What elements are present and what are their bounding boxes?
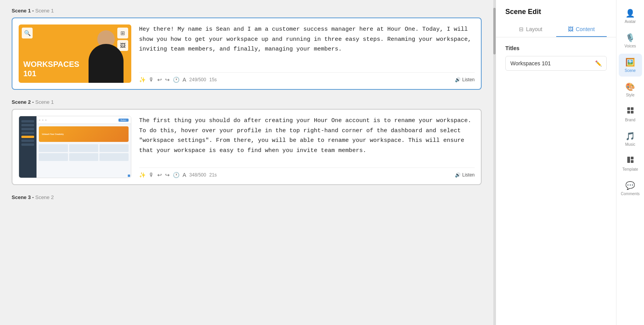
comments-icon: 💬 <box>625 181 635 190</box>
script-area-2: The first thing you should do after crea… <box>139 116 475 178</box>
nav-label-music: Music <box>625 142 635 147</box>
svg-rect-4 <box>627 157 630 163</box>
template-icon <box>627 156 634 166</box>
tab-layout[interactable]: ⊟ Layout <box>505 22 556 37</box>
tab-content[interactable]: 🖼 Content <box>556 22 607 37</box>
scene-label-1: Scene 1 - Scene 1 <box>12 8 482 14</box>
screenshot-main-content: Button Unleash Your Creativity <box>37 116 131 178</box>
svg-rect-5 <box>631 157 634 159</box>
duration-1: 15s <box>209 77 217 82</box>
search-icon[interactable]: 🔍 <box>22 28 33 38</box>
scrollbar[interactable] <box>493 0 496 325</box>
brand-icon <box>627 107 634 116</box>
screenshot-mock: Button Unleash Your Creativity <box>19 116 131 178</box>
listen-button-2[interactable]: 🔊 Listen <box>455 172 475 178</box>
tab-layout-label: Layout <box>526 26 542 32</box>
scene-thumbnail-2: Button Unleash Your Creativity <box>19 116 131 178</box>
nav-label-voices: Voices <box>625 44 636 48</box>
undo-icon[interactable]: ↩ <box>157 77 162 83</box>
nav-item-scene[interactable]: 🖼️ Scene <box>619 54 642 77</box>
script-text-1[interactable]: Hey there! My name is Sean and I am a cu… <box>139 24 475 68</box>
font-size-icon-2[interactable]: A <box>183 172 186 178</box>
redo-icon-2[interactable]: ↪ <box>165 172 170 178</box>
main-scene-area: Scene 1 - Scene 1 🔍 ⊞ 🖼 WORKSPACES101 <box>0 0 493 325</box>
scene-card-2: Button Unleash Your Creativity <box>12 109 482 185</box>
nav-item-style[interactable]: 🎨 Style <box>619 78 642 101</box>
script-toolbar-2: ✨ 🎙 ↩ ↪ 🕐 A 348/500 21s 🔊 Listen <box>139 168 475 178</box>
svg-rect-2 <box>627 111 630 114</box>
scene-label-3: Scene 3 - Scene 2 <box>12 194 482 200</box>
scene-label-2: Scene 2 - Scene 1 <box>12 99 482 105</box>
scene-card-1: 🔍 ⊞ 🖼 WORKSPACES101 Hey there! My name i… <box>12 17 482 90</box>
scene-thumbnail-1: 🔍 ⊞ 🖼 WORKSPACES101 <box>19 24 131 83</box>
script-area-1: Hey there! My name is Sean and I am a cu… <box>139 24 475 83</box>
svg-rect-3 <box>631 111 634 114</box>
layout-tab-icon: ⊟ <box>519 26 524 32</box>
svg-rect-6 <box>631 160 634 163</box>
nav-item-comments[interactable]: 💬 Comments <box>619 177 642 200</box>
screenshot-header: Button <box>37 116 131 124</box>
redo-icon[interactable]: ↪ <box>165 77 170 83</box>
nav-label-comments: Comments <box>621 192 639 196</box>
screenshot-banner: Unleash Your Creativity <box>39 126 129 142</box>
thumbnail-title: WORKSPACES101 <box>23 59 79 78</box>
clock-icon: 🕐 <box>173 77 179 83</box>
tab-content-label: Content <box>576 26 595 32</box>
duration-2: 21s <box>209 172 217 178</box>
style-icon: 🎨 <box>625 82 635 91</box>
screenshot-grid <box>39 144 129 161</box>
far-right-nav: 👤 Avatar 🎙️ Voices 🖼️ Scene 🎨 Style Bran… <box>616 0 644 325</box>
panel-title: Scene Edit <box>505 8 607 16</box>
magic-icon[interactable]: ✨ <box>139 77 146 83</box>
nav-label-scene: Scene <box>625 68 635 73</box>
person-avatar <box>85 30 127 83</box>
right-panel: Scene Edit ⊟ Layout 🖼 Content Titles ✏️ <box>496 0 616 325</box>
titles-section-label: Titles <box>505 45 607 51</box>
nav-item-template[interactable]: Template <box>619 152 642 175</box>
music-icon: 🎵 <box>625 131 635 141</box>
nav-label-template: Template <box>622 167 638 171</box>
avatar-icon: 👤 <box>625 9 635 18</box>
magic-icon-2[interactable]: ✨ <box>139 172 146 178</box>
scene-nav-icon: 🖼️ <box>625 58 635 67</box>
speaker-icon: 🔊 <box>455 77 461 82</box>
nav-item-brand[interactable]: Brand <box>619 103 642 126</box>
person-body <box>89 44 124 83</box>
nav-label-style: Style <box>626 93 634 97</box>
nav-item-voices[interactable]: 🎙️ Voices <box>619 29 642 52</box>
nav-item-avatar[interactable]: 👤 Avatar <box>619 5 642 28</box>
char-count-2: 348/500 <box>189 172 206 178</box>
content-tab-icon: 🖼 <box>568 26 573 32</box>
title-input[interactable] <box>510 60 592 66</box>
title-input-wrapper: ✏️ <box>505 56 607 71</box>
panel-content: Titles ✏️ <box>496 37 616 325</box>
svg-rect-1 <box>631 107 634 110</box>
nav-label-avatar: Avatar <box>625 19 636 24</box>
script-toolbar-1: ✨ 🎙 ↩ ↪ 🕐 A 249/500 15s 🔊 Listen <box>139 72 475 83</box>
voices-icon: 🎙️ <box>625 33 635 42</box>
listen-button-1[interactable]: 🔊 Listen <box>455 77 475 82</box>
undo-icon-2[interactable]: ↩ <box>157 172 162 178</box>
mic-icon-2[interactable]: 🎙 <box>149 172 154 178</box>
mic-icon[interactable]: 🎙 <box>149 77 154 83</box>
nav-item-music[interactable]: 🎵 Music <box>619 128 642 150</box>
panel-header: Scene Edit ⊟ Layout 🖼 Content <box>496 0 616 37</box>
edit-icon[interactable]: ✏️ <box>595 60 602 66</box>
nav-label-brand: Brand <box>625 118 635 122</box>
svg-rect-0 <box>627 107 630 110</box>
clock-icon-2: 🕐 <box>173 172 179 178</box>
script-text-2[interactable]: The first thing you should do after crea… <box>139 116 475 164</box>
scrollbar-thumb[interactable] <box>493 8 496 54</box>
panel-tabs: ⊟ Layout 🖼 Content <box>505 22 607 37</box>
thumbnail-bg-orange: 🔍 ⊞ 🖼 WORKSPACES101 <box>19 24 131 83</box>
screenshot-sidebar <box>19 116 37 178</box>
resize-handle[interactable] <box>128 175 130 177</box>
char-count-1: 249/500 <box>189 77 206 82</box>
font-size-icon[interactable]: A <box>183 77 186 83</box>
speaker-icon-2: 🔊 <box>455 172 461 178</box>
